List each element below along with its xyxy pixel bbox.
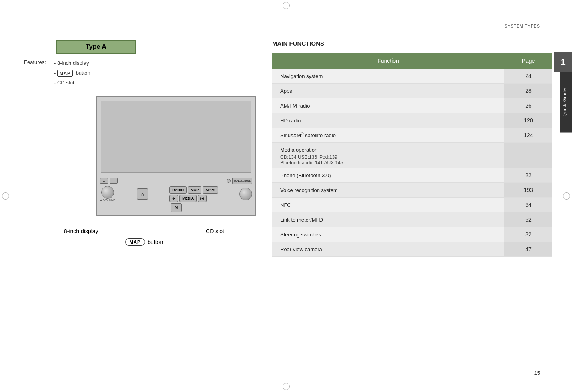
page-cell: 28 (504, 84, 552, 98)
table-header-row: Function Page (272, 53, 552, 69)
page-number: 15 (534, 370, 540, 376)
center-buttons: RADIO MAP APPS ⏮ MEDIA ⏭ (169, 186, 218, 202)
mid-controls-row: ⏏/VOLUME ⌂ RADIO MAP APPS ⏮ MEDIA (100, 186, 252, 202)
features-list: - 8-inch display - MAP button - CD slot (54, 58, 90, 88)
page-cell: 64 (504, 198, 552, 212)
apps-button[interactable]: APPS (203, 186, 218, 194)
volume-label: ⏏/VOLUME (100, 199, 116, 202)
eject-button[interactable]: ▲ (100, 178, 108, 184)
table-row: Rear view camera47 (272, 242, 552, 257)
page-cell: 120 (504, 113, 552, 128)
label-cdslot: CD slot (206, 228, 224, 234)
function-cell: SiriusXM® satellite radio (272, 128, 504, 143)
function-cell: Navigation system (272, 69, 504, 84)
table-body: Navigation system24Apps28AM/FM radio26HD… (272, 69, 552, 257)
n-button[interactable]: N (171, 203, 182, 212)
right-panel: MAIN FUNCTIONS Function Page Navigation … (272, 40, 552, 257)
map-button-label: MAP button (64, 238, 224, 246)
buttons-row-2: ⏮ MEDIA ⏭ (169, 195, 218, 202)
features-section: Features: - 8-inch display - MAP button … (24, 58, 248, 88)
buttons-row-1: RADIO MAP APPS (169, 186, 218, 194)
type-a-label: Type A (56, 40, 136, 54)
table-row: Phone (Bluetooth 3.0)22 (272, 168, 552, 183)
function-column-header: Function (272, 53, 504, 69)
quick-guide-tab: Quick Guide (560, 72, 572, 133)
table-row: Apps28 (272, 84, 552, 98)
left-panel: Type A Features: - 8-inch display - MAP … (24, 40, 248, 246)
small-indicator (227, 179, 231, 183)
table-row: HD radio120 (272, 113, 552, 128)
page-cell: 47 (504, 242, 552, 257)
page-cell: 22 (504, 168, 552, 183)
function-cell: HD radio (272, 113, 504, 128)
diagram-labels: 8-inch display CD slot (64, 228, 224, 234)
functions-table: Function Page Navigation system24Apps28A… (272, 53, 552, 257)
next-button[interactable]: ⏭ (198, 195, 207, 202)
table-row: Link to meter/MFD62 (272, 212, 552, 227)
radio-button[interactable]: RADIO (169, 186, 187, 194)
cross-top (283, 2, 290, 9)
prev-button[interactable]: ⏮ (169, 195, 178, 202)
top-left-controls: ▲ (100, 178, 118, 184)
corner-mark-bl (8, 376, 16, 384)
corner-mark-tl (8, 8, 16, 16)
table-row: SiriusXM® satellite radio124 (272, 128, 552, 143)
top-right-controls: TUNE/SCROLL (227, 178, 252, 184)
screen-area (101, 101, 251, 173)
label-8inch: 8-inch display (64, 228, 98, 234)
page-cell: 193 (504, 183, 552, 198)
function-cell: Phone (Bluetooth 3.0) (272, 168, 504, 183)
feature-item-3: - CD slot (54, 78, 90, 88)
device-diagram: ▲ TUNE/SCROLL ⏏/VOLUME (32, 96, 248, 246)
home-button[interactable]: ⌂ (137, 188, 148, 200)
function-cell: Steering switches (272, 227, 504, 242)
volume-knob[interactable] (101, 186, 114, 199)
function-cell: Media operationCD:134 USB:136 iPod:139Bl… (272, 143, 504, 168)
table-row: Steering switches32 (272, 227, 552, 242)
main-functions-title: MAIN FUNCTIONS (272, 40, 552, 47)
n-row: N (100, 203, 252, 212)
feature-item-2: - MAP button (54, 68, 90, 78)
volume-section: ⏏/VOLUME (100, 186, 116, 202)
function-cell: Voice recognition system (272, 183, 504, 198)
page-cell: 62 (504, 212, 552, 227)
page-header: SYSTEM TYPES (504, 24, 540, 28)
tune-scroll-button[interactable]: TUNE/SCROLL (232, 178, 252, 184)
button-word-label: button (147, 239, 163, 245)
map-button-inline: MAP (57, 70, 73, 77)
corner-mark-tr (556, 8, 564, 16)
media-button[interactable]: MEDIA (179, 195, 197, 202)
table-row: NFC64 (272, 198, 552, 212)
cross-left (2, 192, 9, 200)
page-cell: 26 (504, 98, 552, 113)
table-row: Navigation system24 (272, 69, 552, 84)
function-cell: Link to meter/MFD (272, 212, 504, 227)
map-oval-label: MAP (125, 238, 145, 246)
function-cell: Apps (272, 84, 504, 98)
features-label: Features: (24, 58, 50, 65)
page-cell: 32 (504, 227, 552, 242)
controls-top-row: ▲ TUNE/SCROLL (100, 178, 252, 184)
table-row: Media operationCD:134 USB:136 iPod:139Bl… (272, 143, 552, 168)
table-row: Voice recognition system193 (272, 183, 552, 198)
device-wrapper: ▲ TUNE/SCROLL ⏏/VOLUME (64, 96, 224, 246)
function-cell: NFC (272, 198, 504, 212)
page-cell: 124 (504, 128, 552, 143)
cd-slot-indicator (110, 178, 118, 184)
controls-area: ▲ TUNE/SCROLL ⏏/VOLUME (100, 178, 252, 212)
page-cell: 24 (504, 69, 552, 84)
chapter-number-tab: 1 (554, 52, 572, 72)
feature-item-1: - 8-inch display (54, 58, 90, 68)
page-column-header: Page (504, 53, 552, 69)
corner-mark-br (556, 376, 564, 384)
page-cell (504, 143, 552, 168)
cross-bottom (283, 383, 290, 390)
right-knob[interactable] (239, 188, 252, 200)
cross-right (563, 192, 570, 200)
table-row: AM/FM radio26 (272, 98, 552, 113)
device-body: ▲ TUNE/SCROLL ⏏/VOLUME (96, 96, 256, 216)
map-ctrl-button[interactable]: MAP (188, 186, 201, 194)
function-cell: AM/FM radio (272, 98, 504, 113)
function-cell: Rear view camera (272, 242, 504, 257)
